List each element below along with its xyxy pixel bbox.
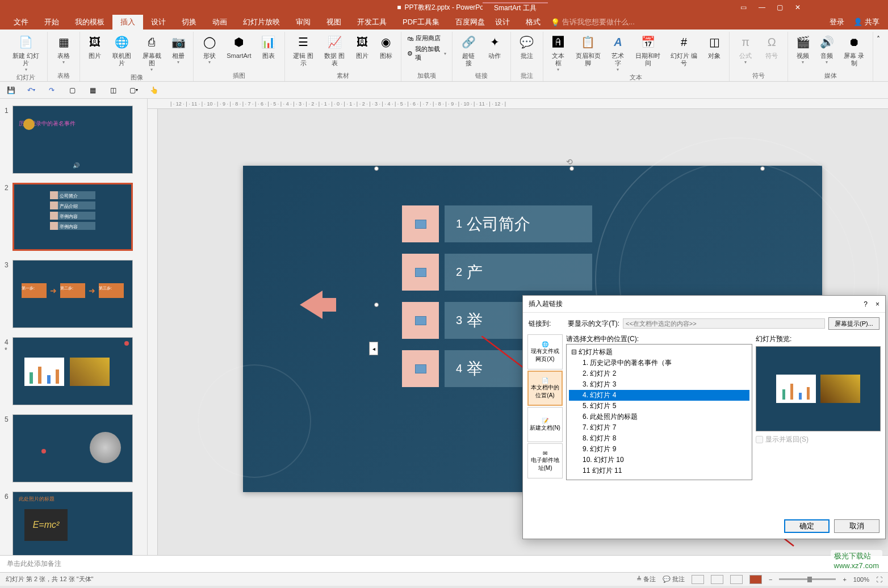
slideshow-view-icon[interactable] (749, 575, 762, 584)
smartart-button[interactable]: ⬢SmartArt (223, 32, 254, 61)
qat-item-5[interactable]: ▦ (87, 85, 98, 95)
tree-item-10[interactable]: 10. 幻灯片 10 (569, 455, 749, 465)
screenshot-button[interactable]: ⎙屏幕截图▾ (137, 32, 166, 73)
dialog-help-icon[interactable]: ? (864, 300, 868, 308)
tab-developer[interactable]: 开发工具 (349, 15, 395, 30)
dialog-close-icon[interactable]: × (876, 300, 879, 308)
tab-baidu[interactable]: 百度网盘 (447, 15, 493, 30)
album-button[interactable]: 📷相册▾ (167, 32, 190, 66)
picture-placeholder-icon[interactable] (402, 350, 439, 387)
tab-animation[interactable]: 动画 (204, 15, 235, 30)
link-email[interactable]: ✉电子邮件地址(M) (527, 443, 563, 478)
save-button[interactable]: 💾 (6, 85, 16, 95)
close-icon[interactable]: ✕ (795, 3, 803, 11)
screentip-button[interactable]: 屏幕提示(P)... (828, 317, 879, 330)
back-arrow-shape[interactable] (300, 291, 322, 319)
symbol-button[interactable]: Ω符号 (759, 32, 784, 61)
link-existing-file[interactable]: 🌐现有文件或网页(X) (527, 334, 563, 369)
undo-button[interactable]: ↶ ▾ (26, 85, 36, 95)
tree-item-5[interactable]: 5. 幻灯片 5 (569, 401, 749, 411)
qat-item-6[interactable]: ◫ (108, 85, 118, 95)
icon-material-button[interactable]: ◉图标 (375, 32, 397, 61)
equation-button[interactable]: π公式▾ (733, 32, 758, 66)
smartart-text-pane-toggle[interactable]: ◂ (369, 342, 378, 355)
audio-button[interactable]: 🔊音频▾ (815, 32, 838, 66)
tab-sa-design[interactable]: 设计 (487, 15, 518, 30)
tree-root[interactable]: ⊟ 幻灯片标题 (569, 347, 749, 358)
pic-material-button[interactable]: 🖼图片 (351, 32, 374, 61)
picture-placeholder-icon[interactable] (402, 254, 439, 291)
link-place-in-document[interactable]: 📄本文档中的位置(A) (527, 371, 563, 406)
slide-thumbnail-4[interactable] (12, 337, 133, 405)
screen-recording-button[interactable]: ⏺屏幕 录制 (839, 32, 869, 68)
tree-item-1[interactable]: 1. 历史记录中的著名事件（事 (569, 358, 749, 368)
notes-pane[interactable]: 单击此处添加备注 (0, 555, 888, 572)
my-addins-button[interactable]: ⚙我的加载项 ▾ (407, 45, 446, 62)
zoom-in-icon[interactable]: + (843, 576, 846, 583)
picture-placeholder-icon[interactable] (402, 205, 439, 242)
comments-toggle[interactable]: 💬 批注 (663, 575, 685, 583)
object-button[interactable]: ◫对象 (703, 32, 726, 61)
table-button[interactable]: ▦表格▾ (51, 32, 76, 66)
tab-templates[interactable]: 我的模板 (67, 15, 112, 30)
zoom-slider[interactable] (779, 578, 836, 580)
touch-mode-icon[interactable]: 👆 (149, 85, 159, 95)
data-chart-button[interactable]: 📈数据 图表 (320, 32, 350, 68)
tree-item-8[interactable]: 8. 幻灯片 8 (569, 433, 749, 444)
tree-item-9[interactable]: 9. 幻灯片 9 (569, 444, 749, 455)
tab-design[interactable]: 设计 (143, 15, 174, 30)
fit-window-icon[interactable]: ⛶ (876, 576, 882, 583)
tab-transition[interactable]: 切换 (174, 15, 204, 30)
new-slide-button[interactable]: 📄新建 幻灯片▾ (8, 32, 44, 73)
tab-file[interactable]: 文件 (6, 15, 36, 30)
smartart-item-1[interactable]: 1公司简介 (402, 205, 592, 242)
tell-me[interactable]: 💡 告诉我您想要做什么... (551, 17, 635, 27)
tree-item-4[interactable]: 4. 幻灯片 4 (569, 390, 749, 401)
ok-button[interactable]: 确定 (784, 519, 830, 533)
slide-thumbnail-3[interactable]: 第一步:➜ 第二步:➜ 第三步: (12, 260, 133, 328)
login-link[interactable]: 登录 (830, 17, 844, 27)
picture-button[interactable]: 🖼图片 (83, 32, 106, 61)
tab-insert[interactable]: 插入 (112, 15, 143, 30)
slide-thumbnail-2[interactable]: 公司简介 产品介绍 举例内容 举例内容 (12, 183, 133, 251)
reading-view-icon[interactable] (730, 575, 743, 584)
header-footer-button[interactable]: 📋页眉和页脚 (571, 32, 605, 68)
share-button[interactable]: 👤 共享 (853, 17, 879, 27)
slide-thumbnail-5[interactable] (12, 414, 133, 482)
zoom-level[interactable]: 100% (853, 576, 869, 583)
hyperlink-button[interactable]: 🔗超链接 (456, 32, 481, 68)
online-picture-button[interactable]: 🌐联机图片 (107, 32, 136, 68)
zoom-out-icon[interactable]: − (769, 576, 772, 583)
shapes-button[interactable]: ◯形状▾ (197, 32, 222, 66)
video-button[interactable]: 🎬视频▾ (791, 32, 814, 66)
tab-review[interactable]: 审阅 (288, 15, 319, 30)
link-new-document[interactable]: 📝新建文档(N) (527, 407, 563, 442)
qat-item-7[interactable]: ▢ ▾ (128, 85, 139, 95)
picture-placeholder-icon[interactable] (402, 302, 439, 339)
tree-item-6[interactable]: 6. 此处照片的标题 (569, 411, 749, 422)
textbox-button[interactable]: 🅰文本框▾ (547, 32, 570, 73)
datetime-button[interactable]: 📅日期和时间 (631, 32, 665, 68)
collapse-ribbon-icon[interactable]: ˄ (873, 32, 883, 81)
chart-button[interactable]: 📊图表 (256, 32, 281, 61)
tree-item-11[interactable]: 11 幻灯片 11 (569, 465, 749, 476)
cancel-button[interactable]: 取消 (834, 519, 879, 533)
slide-thumbnail-6[interactable]: 此处照片的标题 E=mc² (12, 492, 133, 555)
tab-sa-format[interactable]: 格式 (518, 15, 548, 30)
tab-slideshow[interactable]: 幻灯片放映 (235, 15, 288, 30)
tab-view[interactable]: 视图 (319, 15, 349, 30)
comment-button[interactable]: 💬批注 (514, 32, 539, 61)
smartart-item-2[interactable]: 2产 (402, 254, 592, 291)
tree-item-7[interactable]: 7. 幻灯片 7 (569, 422, 749, 433)
wordart-button[interactable]: A艺术字▾ (606, 32, 630, 73)
notes-toggle[interactable]: ≜ 备注 (636, 575, 656, 583)
minimize-icon[interactable]: — (759, 3, 766, 11)
logic-chart-button[interactable]: ☰逻辑 图示 (288, 32, 319, 68)
redo-button[interactable]: ↷ (47, 85, 57, 95)
tree-item-3[interactable]: 3. 幻灯片 3 (569, 379, 749, 390)
slide-number-button[interactable]: #幻灯片 编号 (666, 32, 702, 68)
ribbon-options-icon[interactable]: ▭ (740, 3, 748, 11)
action-button[interactable]: ✦动作 (482, 32, 507, 61)
maximize-icon[interactable]: ▢ (777, 3, 785, 11)
store-button[interactable]: 🛍应用商店 (407, 34, 446, 43)
